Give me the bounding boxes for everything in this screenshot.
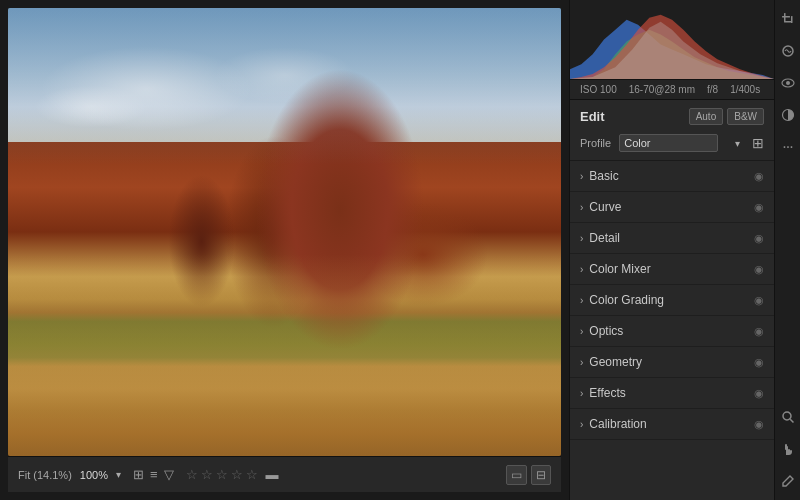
geometry-chevron: › bbox=[580, 357, 583, 368]
section-color-mixer-left: › Color Mixer bbox=[580, 262, 651, 276]
grid-view-icon[interactable]: ⊞ bbox=[133, 467, 144, 482]
effects-title: Effects bbox=[589, 386, 625, 400]
svg-rect-10 bbox=[785, 444, 787, 450]
calibration-title: Calibration bbox=[589, 417, 646, 431]
search-tool[interactable] bbox=[777, 406, 799, 428]
section-geometry-header[interactable]: › Geometry ◉ bbox=[570, 347, 774, 377]
section-geometry-left: › Geometry bbox=[580, 355, 642, 369]
single-view-button[interactable]: ▭ bbox=[506, 465, 527, 485]
section-optics-header[interactable]: › Optics ◉ bbox=[570, 316, 774, 346]
svg-rect-3 bbox=[782, 16, 790, 18]
effects-eye-icon[interactable]: ◉ bbox=[754, 387, 764, 400]
histogram-chart bbox=[570, 0, 774, 79]
optics-chevron: › bbox=[580, 326, 583, 337]
section-detail: › Detail ◉ bbox=[570, 223, 774, 254]
bottom-toolbar: Fit (14.1%) 100% ▾ ⊞ ≡ ▽ ☆ ☆ ☆ ☆ ☆ ▬ ▭ ⊟ bbox=[8, 456, 561, 492]
edit-tool[interactable] bbox=[777, 470, 799, 492]
red-eye-tool[interactable] bbox=[777, 72, 799, 94]
star-5[interactable]: ☆ bbox=[246, 467, 258, 482]
star-3[interactable]: ☆ bbox=[216, 467, 228, 482]
detail-title: Detail bbox=[589, 231, 620, 245]
zoom-dropdown-arrow[interactable]: ▾ bbox=[116, 469, 121, 480]
basic-title: Basic bbox=[589, 169, 618, 183]
section-color-grading-left: › Color Grading bbox=[580, 293, 664, 307]
aperture-value: f/8 bbox=[707, 84, 718, 95]
star-rating[interactable]: ☆ ☆ ☆ ☆ ☆ bbox=[186, 467, 258, 482]
svg-line-9 bbox=[790, 419, 793, 422]
section-optics-left: › Optics bbox=[580, 324, 623, 338]
section-effects: › Effects ◉ bbox=[570, 378, 774, 409]
section-curve-header[interactable]: › Curve ◉ bbox=[570, 192, 774, 222]
svg-rect-2 bbox=[791, 16, 793, 23]
basic-chevron: › bbox=[580, 171, 583, 182]
star-2[interactable]: ☆ bbox=[201, 467, 213, 482]
section-color-mixer: › Color Mixer ◉ bbox=[570, 254, 774, 285]
image-area bbox=[8, 8, 561, 456]
svg-point-6 bbox=[786, 81, 790, 85]
section-curve-left: › Curve bbox=[580, 200, 621, 214]
section-color-mixer-header[interactable]: › Color Mixer ◉ bbox=[570, 254, 774, 284]
section-color-grading: › Color Grading ◉ bbox=[570, 285, 774, 316]
optics-eye-icon[interactable]: ◉ bbox=[754, 325, 764, 338]
color-mixer-eye-icon[interactable]: ◉ bbox=[754, 263, 764, 276]
color-mixer-title: Color Mixer bbox=[589, 262, 650, 276]
effects-chevron: › bbox=[580, 388, 583, 399]
section-calibration: › Calibration ◉ bbox=[570, 409, 774, 440]
section-color-grading-header[interactable]: › Color Grading ◉ bbox=[570, 285, 774, 315]
svg-rect-1 bbox=[784, 21, 792, 23]
curve-eye-icon[interactable]: ◉ bbox=[754, 201, 764, 214]
histogram-area bbox=[570, 0, 774, 80]
basic-eye-icon[interactable]: ◉ bbox=[754, 170, 764, 183]
section-calibration-header[interactable]: › Calibration ◉ bbox=[570, 409, 774, 439]
side-toolbar: ··· bbox=[774, 0, 800, 500]
crop-tool[interactable] bbox=[777, 8, 799, 30]
bw-button[interactable]: B&W bbox=[727, 108, 764, 125]
auto-button[interactable]: Auto bbox=[689, 108, 724, 125]
edit-panel: Edit Auto B&W Profile Color Adobe Color … bbox=[570, 100, 774, 500]
profile-label: Profile bbox=[580, 137, 611, 149]
right-panel: ISO 100 16-70@28 mm f/8 1/400s Edit Auto… bbox=[569, 0, 774, 500]
color-grading-title: Color Grading bbox=[589, 293, 664, 307]
filter-icon[interactable]: ▽ bbox=[164, 467, 174, 482]
section-basic: › Basic ◉ bbox=[570, 161, 774, 192]
section-basic-header[interactable]: › Basic ◉ bbox=[570, 161, 774, 191]
detail-chevron: › bbox=[580, 233, 583, 244]
section-basic-left: › Basic bbox=[580, 169, 619, 183]
color-grading-chevron: › bbox=[580, 295, 583, 306]
section-geometry: › Geometry ◉ bbox=[570, 347, 774, 378]
color-mixer-chevron: › bbox=[580, 264, 583, 275]
calibration-eye-icon[interactable]: ◉ bbox=[754, 418, 764, 431]
profile-select-wrapper: Color Adobe Color Adobe Landscape Adobe … bbox=[619, 133, 744, 152]
color-label-icon[interactable]: ▬ bbox=[266, 467, 279, 482]
optics-title: Optics bbox=[589, 324, 623, 338]
star-4[interactable]: ☆ bbox=[231, 467, 243, 482]
heal-tool[interactable] bbox=[777, 40, 799, 62]
fit-label: Fit (14.1%) bbox=[18, 469, 72, 481]
shutter-value: 1/400s bbox=[730, 84, 760, 95]
app-container: Fit (14.1%) 100% ▾ ⊞ ≡ ▽ ☆ ☆ ☆ ☆ ☆ ▬ ▭ ⊟ bbox=[0, 0, 800, 500]
geometry-eye-icon[interactable]: ◉ bbox=[754, 356, 764, 369]
profile-grid-icon[interactable]: ⊞ bbox=[752, 135, 764, 151]
geometry-title: Geometry bbox=[589, 355, 642, 369]
more-tools[interactable]: ··· bbox=[777, 136, 799, 158]
section-detail-left: › Detail bbox=[580, 231, 620, 245]
toolbar-icons: ⊞ ≡ ▽ bbox=[133, 467, 174, 482]
view-buttons: ▭ ⊟ bbox=[506, 465, 551, 485]
section-effects-header[interactable]: › Effects ◉ bbox=[570, 378, 774, 408]
curve-title: Curve bbox=[589, 200, 621, 214]
section-optics: › Optics ◉ bbox=[570, 316, 774, 347]
compare-view-button[interactable]: ⊟ bbox=[531, 465, 551, 485]
edit-title: Edit bbox=[580, 109, 605, 124]
star-1[interactable]: ☆ bbox=[186, 467, 198, 482]
curve-chevron: › bbox=[580, 202, 583, 213]
zoom-value[interactable]: 100% bbox=[80, 469, 108, 481]
detail-eye-icon[interactable]: ◉ bbox=[754, 232, 764, 245]
edit-header-buttons: Auto B&W bbox=[689, 108, 764, 125]
mask-tool[interactable] bbox=[777, 104, 799, 126]
lens-value: 16-70@28 mm bbox=[629, 84, 695, 95]
color-grading-eye-icon[interactable]: ◉ bbox=[754, 294, 764, 307]
sort-icon[interactable]: ≡ bbox=[150, 467, 158, 482]
profile-select[interactable]: Color Adobe Color Adobe Landscape Adobe … bbox=[619, 134, 718, 152]
section-detail-header[interactable]: › Detail ◉ bbox=[570, 223, 774, 253]
hand-tool[interactable] bbox=[777, 438, 799, 460]
